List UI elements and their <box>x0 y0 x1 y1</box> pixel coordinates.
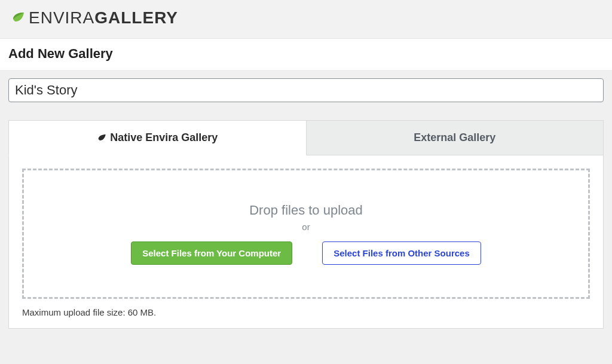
logo-text-heavy: GALLERY <box>94 8 178 27</box>
page-title-section: Add New Gallery <box>0 39 612 70</box>
upload-button-row: Select Files from Your Computer Select F… <box>131 241 481 265</box>
tab-external-gallery[interactable]: External Gallery <box>307 120 604 155</box>
content-wrap: Native Envira Gallery External Gallery D… <box>0 70 612 337</box>
tab-row: Native Envira Gallery External Gallery <box>8 120 604 155</box>
drop-text: Drop files to upload <box>249 203 363 218</box>
leaf-icon <box>97 133 106 143</box>
max-upload-size-note: Maximum upload file size: 60 MB. <box>22 307 590 317</box>
brand-header: ENVIRAGALLERY <box>0 0 612 39</box>
tab-native-label: Native Envira Gallery <box>110 131 218 144</box>
logo-text-light: ENVIRA <box>29 8 94 27</box>
tabs-panel: Native Envira Gallery External Gallery D… <box>8 120 604 329</box>
select-files-other-button[interactable]: Select Files from Other Sources <box>322 241 481 265</box>
logo-text: ENVIRAGALLERY <box>29 8 178 27</box>
or-text: or <box>302 222 310 232</box>
gallery-title-input[interactable] <box>8 78 604 102</box>
file-dropzone[interactable]: Drop files to upload or Select Files fro… <box>22 169 590 299</box>
page-title: Add New Gallery <box>8 46 604 62</box>
tab-native-gallery[interactable]: Native Envira Gallery <box>8 120 307 155</box>
tab-external-label: External Gallery <box>414 131 495 144</box>
leaf-icon <box>11 11 25 25</box>
tab-body: Drop files to upload or Select Files fro… <box>8 155 604 329</box>
logo: ENVIRAGALLERY <box>11 8 601 27</box>
select-files-computer-button[interactable]: Select Files from Your Computer <box>131 241 292 265</box>
